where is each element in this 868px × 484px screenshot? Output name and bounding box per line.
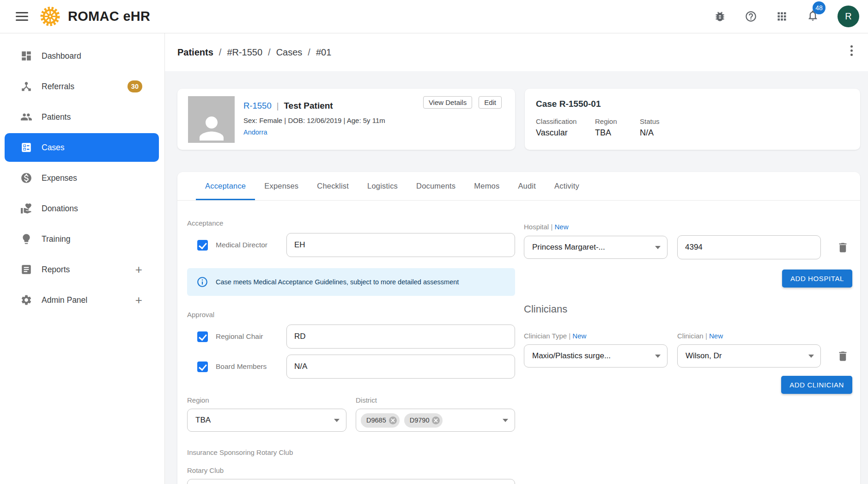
chevron-down-icon xyxy=(503,419,508,422)
remove-chip-icon[interactable] xyxy=(389,417,397,424)
breadcrumb-case-number[interactable]: #01 xyxy=(316,47,331,58)
region-select[interactable]: TBA xyxy=(187,409,346,432)
patient-country-link[interactable]: Andorra xyxy=(243,129,385,136)
add-report-button[interactable]: + xyxy=(135,263,142,277)
board-members-label: Board Members xyxy=(216,362,286,371)
case-field-label: Status xyxy=(640,117,660,125)
referrals-hub-icon xyxy=(20,80,32,92)
region-select-value: TBA xyxy=(195,416,211,425)
menu-icon[interactable] xyxy=(16,10,28,23)
add-admin-button[interactable]: + xyxy=(135,293,142,307)
clinician-type-select[interactable]: Maxio/Plastics surge... xyxy=(524,344,668,368)
label-divider: | xyxy=(569,332,571,340)
district-label: District xyxy=(356,396,515,404)
sidebar-item-expenses[interactable]: Expenses xyxy=(5,164,159,192)
chevron-down-icon xyxy=(808,355,814,358)
case-field-value: TBA xyxy=(595,128,640,138)
case-summary-card: Case R-1550-01 Classification Vascular R… xyxy=(525,89,860,150)
app-header: ROMAC eHR 48 R xyxy=(0,0,868,33)
clinician-new-link[interactable]: New xyxy=(709,332,723,340)
clinician-label: Clinician | New xyxy=(677,332,723,340)
sidebar-item-label: Training xyxy=(42,234,71,244)
info-icon xyxy=(196,276,208,288)
sidebar: Dashboard Referrals 30 Patients Cases Ex… xyxy=(0,33,165,484)
patient-demographics: Sex: Female | DOB: 12/06/2019 | Age: 5y … xyxy=(243,116,385,124)
sidebar-item-reports[interactable]: Reports + xyxy=(5,255,159,284)
sidebar-item-label: Referrals xyxy=(42,82,74,92)
notifications-bell[interactable]: 48 xyxy=(807,9,819,24)
board-members-checkbox[interactable] xyxy=(197,361,208,372)
tab-audit[interactable]: Audit xyxy=(509,172,545,200)
hospital-select[interactable]: Princess Margaret-... xyxy=(524,236,668,259)
case-field-value: N/A xyxy=(640,128,660,138)
reports-article-icon xyxy=(20,263,32,276)
district-multiselect[interactable]: D9685 D9790 xyxy=(356,409,515,432)
clinician-type-select-value: Maxio/Plastics surge... xyxy=(532,351,611,361)
help-icon[interactable] xyxy=(745,10,757,23)
sidebar-item-referrals[interactable]: Referrals 30 xyxy=(5,72,159,101)
patient-avatar xyxy=(188,96,235,143)
hospital-code-input[interactable] xyxy=(677,235,821,259)
add-clinician-button[interactable]: ADD CLINICIAN xyxy=(781,376,852,394)
medical-director-checkbox[interactable] xyxy=(197,240,208,251)
hospital-new-link[interactable]: New xyxy=(554,223,568,231)
user-avatar[interactable]: R xyxy=(838,6,859,27)
apps-grid-icon[interactable] xyxy=(776,10,788,23)
case-title: Case R-1550-01 xyxy=(536,99,860,109)
app-title: ROMAC eHR xyxy=(68,9,150,24)
clinician-type-new-link[interactable]: New xyxy=(572,332,586,340)
delete-hospital-icon[interactable] xyxy=(837,241,849,254)
tab-checklist[interactable]: Checklist xyxy=(308,172,358,200)
edit-button[interactable]: Edit xyxy=(479,96,502,109)
donations-hand-heart-icon xyxy=(20,202,32,214)
chevron-down-icon xyxy=(655,246,661,249)
patient-name-divider: | xyxy=(277,101,279,111)
breadcrumb-cases[interactable]: Cases xyxy=(276,47,303,58)
breadcrumb-patient-id[interactable]: #R-1550 xyxy=(227,47,262,58)
breadcrumb-bar: Patients / #R-1550 / Cases / #01 xyxy=(165,33,868,71)
medical-director-input[interactable] xyxy=(286,233,515,257)
acceptance-info-banner: Case meets Medical Acceptance Guidelines… xyxy=(187,268,515,296)
tab-acceptance[interactable]: Acceptance xyxy=(196,172,255,200)
tab-memos[interactable]: Memos xyxy=(465,172,509,200)
regional-chair-input[interactable] xyxy=(286,325,515,349)
remove-chip-icon[interactable] xyxy=(432,417,440,424)
tab-activity[interactable]: Activity xyxy=(545,172,589,200)
bug-report-icon[interactable] xyxy=(714,10,726,23)
delete-clinician-icon[interactable] xyxy=(837,350,849,362)
clinician-type-label-text: Clinician Type xyxy=(524,332,567,340)
tab-expenses[interactable]: Expenses xyxy=(255,172,308,200)
clinician-select-value: Wilson, Dr xyxy=(686,351,722,361)
rotary-club-select[interactable]: Surfers Paradise Central xyxy=(187,479,515,484)
label-divider: | xyxy=(705,332,707,340)
breadcrumb-separator: / xyxy=(219,47,222,58)
sidebar-item-dashboard[interactable]: Dashboard xyxy=(5,42,159,70)
sidebar-item-label: Dashboard xyxy=(42,51,81,61)
kebab-menu-icon[interactable] xyxy=(850,45,853,56)
sidebar-item-cases[interactable]: Cases xyxy=(5,133,159,162)
chevron-down-icon xyxy=(334,419,340,422)
sidebar-item-training[interactable]: Training xyxy=(5,225,159,253)
tab-documents[interactable]: Documents xyxy=(407,172,465,200)
board-members-input[interactable] xyxy=(286,355,515,379)
view-details-button[interactable]: View Details xyxy=(423,96,472,109)
hospital-select-value: Princess Margaret-... xyxy=(532,243,605,252)
sidebar-item-admin-panel[interactable]: Admin Panel + xyxy=(5,286,159,314)
breadcrumb-separator: / xyxy=(268,47,271,58)
sidebar-item-patients[interactable]: Patients xyxy=(5,103,159,131)
rotary-club-label: Rotary Club xyxy=(187,466,515,474)
case-tabs: Acceptance Expenses Checklist Logistics … xyxy=(177,172,860,201)
patient-summary-card: R-1550 | Test Patient Sex: Female | DOB:… xyxy=(177,89,515,150)
tab-logistics[interactable]: Logistics xyxy=(358,172,407,200)
breadcrumb-patients[interactable]: Patients xyxy=(177,47,213,58)
acceptance-section-label: Acceptance xyxy=(187,219,515,227)
sidebar-item-donations[interactable]: Donations xyxy=(5,194,159,223)
case-field-classification: Classification Vascular xyxy=(536,117,595,138)
breadcrumb: Patients / #R-1550 / Cases / #01 xyxy=(177,47,331,58)
district-chip-label: D9685 xyxy=(366,417,386,424)
insurance-section-label: Insurance Sponsoring Rotary Club xyxy=(187,448,515,456)
patient-id-link[interactable]: R-1550 xyxy=(243,101,272,111)
add-hospital-button[interactable]: ADD HOSPITAL xyxy=(782,270,852,288)
clinician-select[interactable]: Wilson, Dr xyxy=(677,344,821,368)
regional-chair-checkbox[interactable] xyxy=(197,331,208,342)
